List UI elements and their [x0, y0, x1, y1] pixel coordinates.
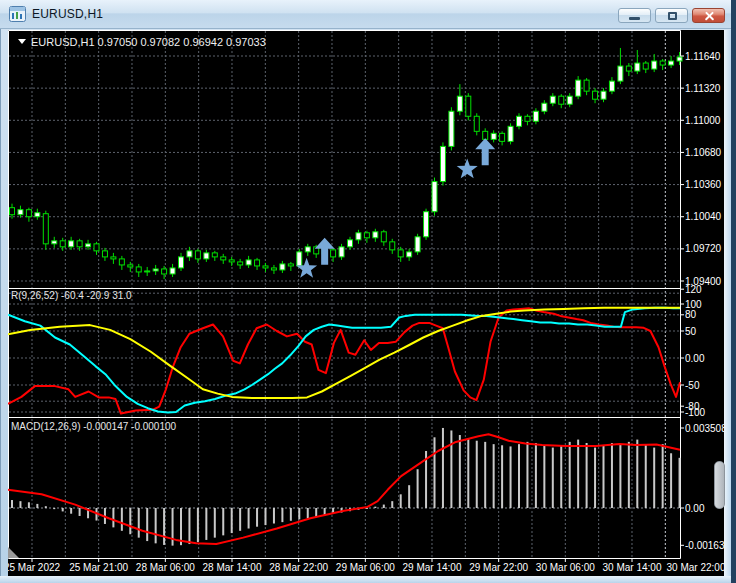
macd-histogram-bar	[138, 508, 140, 538]
macd-histogram-bar	[636, 440, 638, 508]
candle	[432, 178, 437, 216]
macd-histogram-bar	[265, 508, 267, 525]
macd-histogram-bar	[577, 440, 579, 508]
svg-text:0.00: 0.00	[685, 353, 705, 364]
macd-histogram-bar	[391, 501, 393, 508]
svg-text:29 Mar 06:00: 29 Mar 06:00	[336, 562, 395, 573]
macd-histogram-bar	[45, 506, 47, 508]
macd-histogram-bar	[112, 508, 114, 527]
svg-text:1.09720: 1.09720	[685, 243, 722, 254]
candle	[424, 209, 429, 240]
macd-histogram-bar	[273, 508, 275, 524]
macd-histogram-bar	[543, 445, 545, 508]
maximize-button[interactable]	[655, 8, 688, 23]
macd-histogram-bar	[307, 508, 309, 518]
svg-text:100: 100	[685, 299, 702, 310]
macd-histogram-bar	[256, 508, 258, 527]
macd-histogram-bar	[560, 445, 562, 508]
minimize-icon	[629, 17, 640, 20]
svg-text:EURUSD,H1 0.97050 0.97082 0.96: EURUSD,H1 0.97050 0.97082 0.96942 0.9703…	[31, 36, 266, 48]
window-bottom-border	[0, 576, 731, 583]
macd-histogram-bar	[518, 444, 520, 508]
macd-histogram-bar	[79, 508, 81, 516]
macd-histogram-bar	[459, 435, 461, 508]
macd-histogram-bar	[298, 508, 300, 519]
chart-svg: 1.116401.113201.110001.106801.103601.100…	[8, 30, 724, 576]
window-controls	[618, 8, 725, 23]
macd-histogram-bar	[510, 446, 512, 508]
macd-histogram-bar	[569, 442, 571, 508]
candle	[297, 249, 302, 268]
macd-histogram-bar	[197, 508, 199, 542]
macd-histogram-bar	[129, 508, 131, 534]
chart-icon	[9, 6, 26, 22]
scrollbar-thumb[interactable]	[714, 461, 725, 509]
svg-text:1.10680: 1.10680	[685, 147, 722, 158]
macd-histogram-bar	[121, 508, 123, 531]
macd-histogram-bar	[434, 437, 436, 508]
candle	[415, 234, 420, 255]
macd-histogram-bar	[19, 501, 21, 508]
macd-histogram-bar	[484, 442, 486, 508]
macd-histogram-bar	[231, 508, 233, 533]
chart-canvas[interactable]: 1.116401.113201.110001.106801.103601.100…	[8, 30, 724, 576]
svg-text:80: 80	[685, 309, 697, 320]
macd-histogram-bar	[501, 445, 503, 508]
svg-text:120: 120	[685, 284, 702, 295]
svg-text:-0.001636: -0.001636	[685, 540, 724, 551]
macd-histogram-bar	[248, 508, 250, 529]
svg-text:1.11000: 1.11000	[685, 115, 721, 126]
svg-text:28 Mar 22:00: 28 Mar 22:00	[269, 562, 328, 573]
macd-histogram-bar	[670, 453, 672, 508]
macd-histogram-bar	[594, 448, 596, 508]
svg-text:1.11320: 1.11320	[685, 83, 721, 94]
candle	[466, 93, 471, 120]
macd-histogram-bar	[281, 508, 283, 522]
app-frame-edge	[731, 0, 736, 583]
window-right-border	[724, 30, 731, 583]
svg-text:0.003508: 0.003508	[685, 423, 724, 434]
macd-histogram-bar	[526, 442, 528, 508]
macd-histogram-bar	[36, 504, 38, 508]
macd-histogram-bar	[442, 428, 444, 508]
macd-histogram-bar	[603, 445, 605, 508]
macd-histogram-bar	[163, 508, 165, 545]
svg-text:MACD(12,26,9) -0.000147 -0.000: MACD(12,26,9) -0.000147 -0.000100	[11, 421, 177, 432]
macd-histogram-bar	[180, 508, 182, 545]
oscillator-panel-label: R(9,26,52) -60.4 -20.9 31.0	[11, 290, 132, 301]
macd-histogram-bar	[619, 444, 621, 508]
titlebar[interactable]: EURUSD,H1	[0, 0, 731, 29]
svg-text:30 Mar 14:00: 30 Mar 14:00	[603, 562, 662, 573]
svg-text:1.10360: 1.10360	[685, 179, 722, 190]
price-panel-header: EURUSD,H1 0.97050 0.97082 0.96942 0.9703…	[18, 36, 266, 48]
macd-histogram-bar	[146, 508, 148, 541]
macd-histogram-bar	[586, 443, 588, 508]
window-title: EURUSD,H1	[32, 7, 103, 21]
svg-text:R(9,26,52) -60.4 -20.9 31.0: R(9,26,52) -60.4 -20.9 31.0	[11, 290, 132, 301]
svg-text:-100: -100	[685, 407, 705, 418]
svg-text:29 Mar 22:00: 29 Mar 22:00	[469, 562, 528, 573]
macd-histogram-bar	[366, 508, 368, 509]
svg-text:30 Mar 06:00: 30 Mar 06:00	[536, 562, 595, 573]
macd-histogram-bar	[611, 443, 613, 508]
macd-histogram-bar	[467, 438, 469, 508]
svg-text:1.11640: 1.11640	[685, 51, 721, 62]
candle	[449, 107, 454, 150]
svg-text:0.00: 0.00	[685, 503, 705, 514]
macd-histogram-bar	[679, 458, 681, 508]
svg-text:29 Mar 14:00: 29 Mar 14:00	[403, 562, 462, 573]
macd-histogram-bar	[383, 505, 385, 508]
chart-window: EURUSD,H1 1.116401.113201.110001.106801.…	[0, 0, 736, 583]
close-button[interactable]	[692, 8, 725, 23]
minimize-button[interactable]	[618, 8, 651, 23]
macd-histogram-bar	[653, 448, 655, 508]
macd-histogram-bar	[290, 508, 292, 521]
candle	[440, 142, 445, 185]
svg-text:28 Mar 14:00: 28 Mar 14:00	[203, 562, 262, 573]
macd-histogram-bar	[374, 507, 376, 508]
svg-text:-50: -50	[685, 380, 700, 391]
close-icon	[693, 9, 724, 22]
svg-text:50: 50	[685, 326, 697, 337]
maximize-icon	[668, 12, 677, 20]
macd-histogram-bar	[628, 442, 630, 508]
